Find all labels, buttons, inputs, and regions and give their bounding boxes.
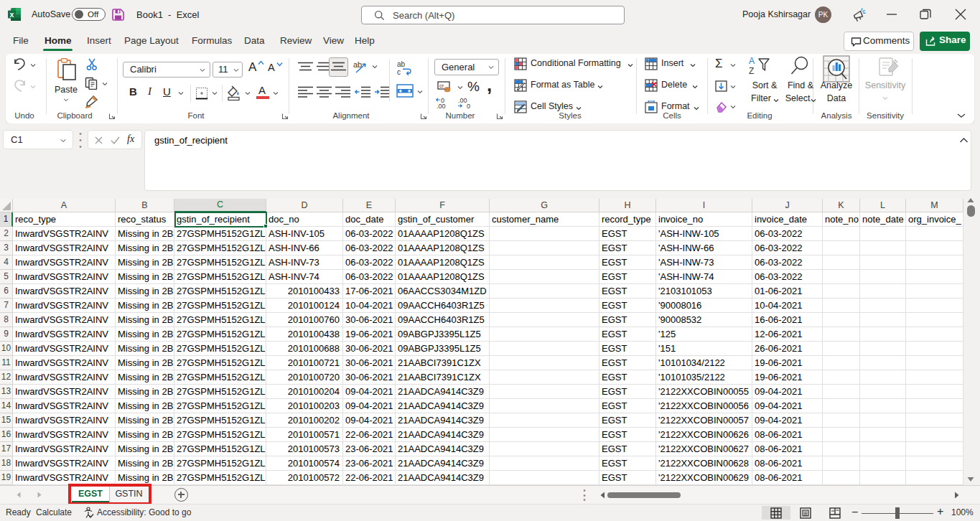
svg-text:ab: ab [397,60,406,68]
svg-text:c: c [397,68,401,76]
svg-text:x: x [10,10,14,19]
svg-text:Z: Z [749,66,754,76]
svg-text:A: A [749,56,755,66]
svg-text:0: 0 [467,103,470,109]
svg-text:cr: cr [439,83,444,89]
svg-text:.00: .00 [437,103,446,109]
svg-text:.00: .00 [458,97,467,104]
